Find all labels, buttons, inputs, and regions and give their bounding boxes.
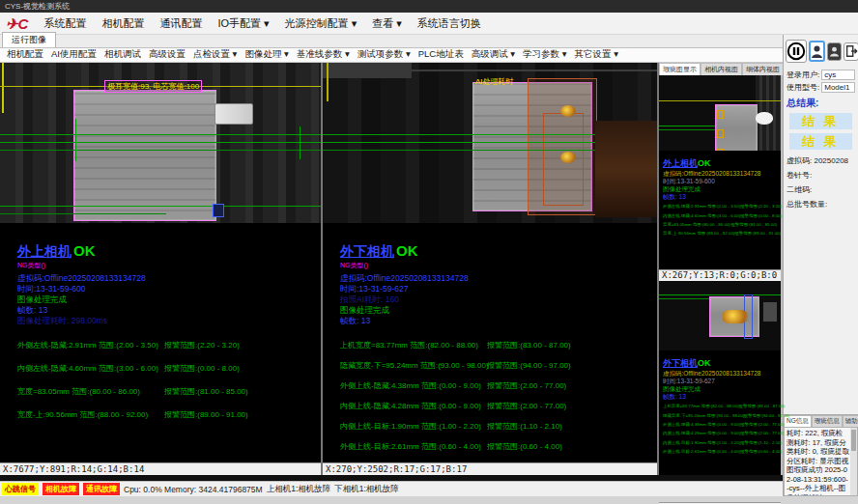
camera-result-upper: 外上相机OK NG类型() 虚拟码:Offline202502081331347… [0, 242, 321, 433]
app-logo-icon: ✈C [6, 16, 28, 31]
ng-type-line: NG类型() [17, 261, 321, 270]
cpu-memory-text: Cpu: 0.0% Memory: 3424.41796875M [124, 485, 263, 494]
upper-camera-status: 上相机1:相机故障 [267, 484, 331, 495]
frame-count-line: 帧数: 13 [17, 305, 321, 316]
elapsed-line: 图像处理耗时: 298.00ms [17, 316, 321, 326]
tool-advanced-debug[interactable]: 高级调试 ▾ [468, 48, 519, 61]
tool-other-settings[interactable]: 其它设置 ▾ [571, 48, 622, 61]
weld-spot [560, 105, 576, 117]
frame-count-line: 帧数: 13 [340, 316, 657, 326]
log-tabs: NG信息 瑕疵信息 辅助信息 [784, 415, 858, 427]
lower-camera-status: 下相机1:相机故障 [334, 484, 399, 495]
preview-panel-bottom: 外下相机OK 虚拟码:Offline20250208133134728 时间:1… [659, 281, 781, 504]
tool-spot-check[interactable]: 点检设置 ▾ [189, 48, 241, 61]
qr-code-label: 二维码: [784, 181, 858, 195]
exit-button[interactable] [844, 42, 858, 61]
model-label: 使用型号: [786, 82, 819, 93]
result-ok-badge: OK [73, 242, 96, 259]
log-tab-defect[interactable]: 瑕疵信息 [812, 415, 843, 427]
process-done-line: 图像处理完成 [340, 305, 657, 316]
tool-test-params[interactable]: 测试项参数 ▾ [354, 48, 415, 61]
login-user-field[interactable]: cys [821, 70, 855, 80]
pixel-statusbar-lower: X:270;Y:2502;R:17;G:17;B:17 [323, 462, 657, 475]
camera-result-lower: 外下相机OK NG类型() 虚拟码:Offline202502081331347… [323, 242, 657, 462]
user-button[interactable] [809, 41, 825, 62]
menu-comm-config[interactable]: 通讯配置 [152, 14, 210, 33]
control-buttons [784, 35, 858, 69]
camera-panel-upper: 极耳宽值:93, 电芯宽值:100 外上相机OK NG类型() 虚拟码:Offl… [0, 63, 321, 475]
preview-column: 瑕疵图显示 相机内视图 细体内视图 [659, 63, 781, 475]
menu-camera-config[interactable]: 相机配置 [94, 14, 152, 33]
tool-ai-config[interactable]: AI使用配置 [47, 48, 100, 61]
pixel-statusbar-upper: X:7677;Y:891;R:14;G:14;B:14 [0, 462, 321, 475]
pause-button[interactable] [786, 40, 807, 63]
toolbar: 相机配置 AI使用配置 相机调试 高级设置 点检设置 ▾ 图像处理 ▾ 基准线参… [0, 48, 783, 63]
tool-camera-config[interactable]: 相机配置 [3, 48, 47, 61]
process-done-line: 图像处理完成 [17, 294, 321, 305]
preview-panel-top: 外上相机OK 虚拟码:Offline20250208133134728 时间:1… [659, 75, 781, 281]
preview-tabs: 瑕疵图显示 相机内视图 细体内视图 [659, 63, 781, 75]
connector-tab [214, 103, 253, 125]
login-user-row: 登录用户: cys [784, 69, 858, 81]
tool-plc-address[interactable]: PLC地址表 [415, 48, 468, 61]
measurement-row: 宽度-上:90.56mm 范围:(88.00 - 92.00) 报警范围:(89… [17, 409, 321, 420]
menu-light-config[interactable]: 光源控制配置 ▾ [277, 14, 365, 33]
camera-image-lower[interactable]: AI处理耗时 [323, 63, 657, 223]
camera-panels: 极耳宽值:93, 电芯宽值:100 外上相机OK NG类型() 虚拟码:Offl… [0, 63, 783, 475]
measurement-row: 上机宽度=83.77mm 范围:(82.00 - 88.00) 报警范围:(83… [340, 340, 657, 350]
tool-advanced-settings[interactable]: 高级设置 [145, 48, 189, 61]
menu-system-config[interactable]: 系统配置 [36, 14, 94, 33]
batch-count-label: 总批号数量: [784, 195, 858, 210]
preview-image-bottom[interactable] [659, 281, 781, 350]
camera-panel-lower: AI处理耗时 外下相机OK NG类型() 虚拟码:Offline20250208… [323, 63, 657, 475]
measurement-row: 宽度=83.05mm 范围:(80.00 - 86.00) 报警范围:(81.0… [17, 386, 321, 397]
preview-image-top[interactable] [659, 75, 781, 151]
user-icon [811, 44, 823, 59]
ng-type-line: NG类型() [340, 261, 657, 270]
preview-tab-camera-view[interactable]: 相机内视图 [701, 63, 742, 75]
total-result-label: 总结果: [784, 94, 858, 111]
measurement-row: 外侧左线-隐藏:2.91mm 范围:(2.00 - 3.50) 报警范围:(2.… [17, 340, 321, 350]
virtual-code-line: 虚拟码:Offline20250208133134728 [17, 273, 321, 284]
camera-image-upper[interactable]: 极耳宽值:93, 电芯宽值:100 [0, 63, 321, 223]
ai-time-line: 拍照AI耗时: 160 [340, 294, 657, 305]
result-box-lower: 结 果 [789, 133, 852, 150]
preview-tab-inner-view[interactable]: 细体内视图 [742, 63, 784, 75]
measurement-row: 外侧上线-隐藏:4.38mm 范围:(0.00 - 9.00) 报警范围:(2.… [340, 380, 657, 391]
measurement-row: 外侧上线-目标:2.61mm 范围:(0.60 - 4.00) 报警范围:(0.… [340, 441, 657, 452]
tool-learning-params[interactable]: 学习参数 ▾ [519, 48, 570, 61]
spool-number-label: 卷针号: [784, 166, 858, 181]
log-body: 耗时: 222, 瑕疵检测耗时: 17, 瑕疵分类耗时: 0, 瑕疵提取分区耗时… [784, 427, 858, 496]
tool-image-processing[interactable]: 图像处理 ▾ [241, 48, 292, 61]
time-line: 时间:13-31-59-600 [17, 284, 321, 294]
menu-view[interactable]: 查看 ▾ [364, 14, 410, 33]
virtual-code-line: 虚拟码:Offline20250208133134728 [340, 273, 657, 284]
tool-camera-debug[interactable]: 相机调试 [100, 48, 145, 61]
heartbeat-badge: 心跳信号 [2, 483, 39, 495]
camera-title: 外下相机 [340, 243, 394, 259]
app-window: CYS-视觉检测系统 ✈C 系统配置 相机配置 通讯配置 IO手配置 ▾ 光源控… [0, 0, 858, 504]
virtual-code-value: 虚拟码: 20250208 [784, 152, 858, 166]
menu-language-switch[interactable]: 系统语言切换 [410, 14, 489, 33]
comm-fault-badge: 通讯故障 [83, 483, 120, 495]
tool-baseline-params[interactable]: 基准线参数 ▾ [293, 48, 354, 61]
preview-text-top: 外上相机OK 虚拟码:Offline20250208133134728 时间:1… [659, 151, 781, 269]
model-field[interactable]: Model1 [821, 82, 855, 93]
log-tab-aux[interactable]: 辅助信息 [843, 415, 858, 427]
camera-title: 外上相机 [17, 243, 72, 259]
preview-tab-defect[interactable]: 瑕疵图显示 [659, 63, 701, 75]
tab-strip: 运行图像 [0, 35, 783, 48]
menu-io-config[interactable]: IO手配置 ▾ [210, 14, 276, 33]
log-scroll-thumb[interactable] [851, 430, 856, 451]
measurement-row: 隐藏宽度-下=95.24mm 范围:(93.00 - 98.00) 报警范围:(… [340, 360, 657, 371]
tab-run-image[interactable]: 运行图像 [2, 32, 56, 47]
measurement-row: 内侧左线-隐藏:4.60mm 范围:(3.00 - 6.00) 报警范围:(0.… [17, 363, 321, 374]
status-bar: 心跳信号 相机故障 通讯故障 Cpu: 0.0% Memory: 3424.41… [0, 481, 783, 496]
overlay-ai-text: AI处理耗时 [475, 76, 514, 87]
menu-bar: ✈C 系统配置 相机配置 通讯配置 IO手配置 ▾ 光源控制配置 ▾ 查看 ▾ … [0, 13, 858, 35]
bottom-dark-strip [0, 475, 783, 482]
account-settings-button[interactable] [827, 42, 842, 61]
log-scrollbar[interactable] [850, 428, 857, 495]
fixture-region [595, 121, 657, 217]
pixel-statusbar-preview-top: X:267;Y:13;R:0;G:0;B:0 [659, 269, 781, 281]
